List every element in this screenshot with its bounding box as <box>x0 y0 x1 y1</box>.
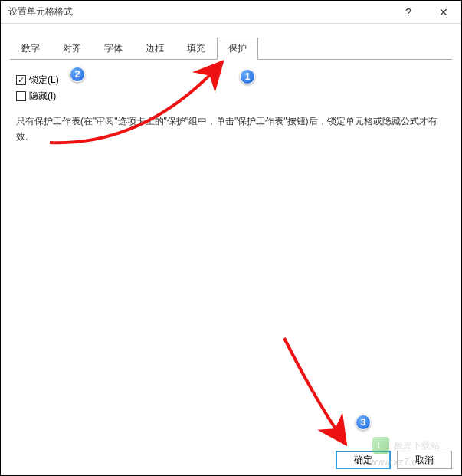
dialog-title: 设置单元格格式 <box>8 5 73 18</box>
tab-fill[interactable]: 填充 <box>175 38 217 60</box>
tabs: 数字 对齐 字体 边框 填充 保护 <box>1 24 461 60</box>
tab-alignment[interactable]: 对齐 <box>51 38 93 60</box>
hidden-checkbox-row[interactable]: 隐藏(I) <box>16 90 446 103</box>
annotation-badge-2: 2 <box>70 67 85 82</box>
watermark-url: www.xz7.com <box>370 456 431 468</box>
titlebar-buttons: ? ✕ <box>391 1 461 24</box>
tab-border[interactable]: 边框 <box>134 38 175 60</box>
close-button[interactable]: ✕ <box>426 1 461 24</box>
tab-font[interactable]: 字体 <box>93 38 134 60</box>
protect-help-text: 只有保护工作表(在"审阅"选项卡上的"保护"组中，单击"保护工作表"按钮)后，锁… <box>16 113 446 145</box>
titlebar: 设置单元格格式 ? ✕ <box>1 1 461 24</box>
watermark-icon <box>372 437 389 454</box>
annotation-badge-3: 3 <box>356 415 371 430</box>
annotation-badge-1: 1 <box>240 69 255 84</box>
help-button[interactable]: ? <box>391 1 426 24</box>
hidden-checkbox[interactable] <box>16 91 26 101</box>
watermark-text: 极光下载站 <box>394 439 440 452</box>
watermark: 极光下载站 <box>372 437 440 454</box>
tab-number[interactable]: 数字 <box>10 38 51 60</box>
tab-protect[interactable]: 保护 <box>217 38 258 60</box>
hidden-label: 隐藏(I) <box>29 90 56 103</box>
content-area: 锁定(L) 隐藏(I) 只有保护工作表(在"审阅"选项卡上的"保护"组中，单击"… <box>1 60 461 451</box>
locked-label: 锁定(L) <box>29 74 59 87</box>
locked-checkbox[interactable] <box>16 75 26 85</box>
